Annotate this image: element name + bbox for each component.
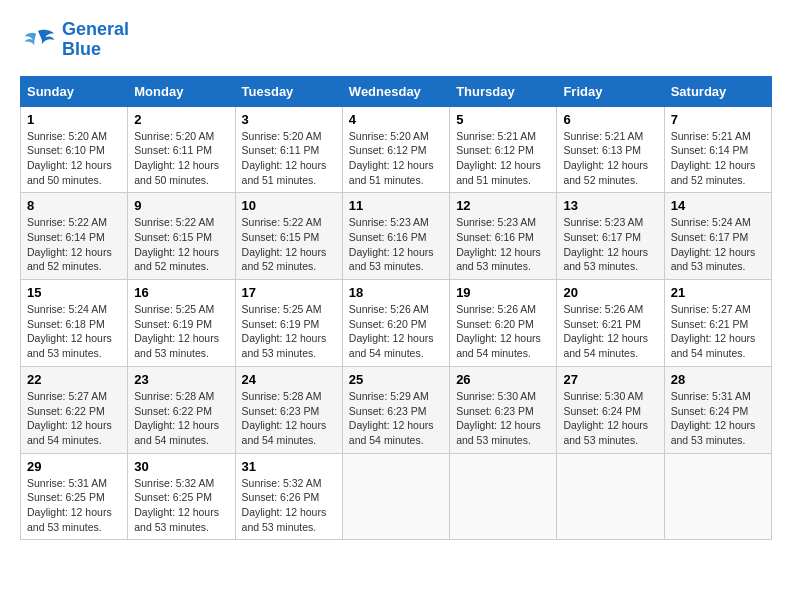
day-number: 3 — [242, 112, 336, 127]
day-detail: Sunrise: 5:20 AM Sunset: 6:11 PM Dayligh… — [134, 129, 228, 188]
calendar-cell: 24 Sunrise: 5:28 AM Sunset: 6:23 PM Dayl… — [235, 366, 342, 453]
calendar-cell: 29 Sunrise: 5:31 AM Sunset: 6:25 PM Dayl… — [21, 453, 128, 540]
calendar-cell: 5 Sunrise: 5:21 AM Sunset: 6:12 PM Dayli… — [450, 106, 557, 193]
day-number: 14 — [671, 198, 765, 213]
calendar-cell — [664, 453, 771, 540]
calendar-cell: 28 Sunrise: 5:31 AM Sunset: 6:24 PM Dayl… — [664, 366, 771, 453]
calendar-cell: 13 Sunrise: 5:23 AM Sunset: 6:17 PM Dayl… — [557, 193, 664, 280]
day-detail: Sunrise: 5:31 AM Sunset: 6:25 PM Dayligh… — [27, 476, 121, 535]
logo-icon — [20, 26, 56, 54]
day-number: 6 — [563, 112, 657, 127]
day-number: 17 — [242, 285, 336, 300]
calendar-cell: 21 Sunrise: 5:27 AM Sunset: 6:21 PM Dayl… — [664, 280, 771, 367]
day-number: 22 — [27, 372, 121, 387]
calendar-cell: 23 Sunrise: 5:28 AM Sunset: 6:22 PM Dayl… — [128, 366, 235, 453]
day-detail: Sunrise: 5:30 AM Sunset: 6:23 PM Dayligh… — [456, 389, 550, 448]
day-number: 20 — [563, 285, 657, 300]
calendar-cell: 19 Sunrise: 5:26 AM Sunset: 6:20 PM Dayl… — [450, 280, 557, 367]
day-detail: Sunrise: 5:23 AM Sunset: 6:16 PM Dayligh… — [456, 215, 550, 274]
day-detail: Sunrise: 5:23 AM Sunset: 6:16 PM Dayligh… — [349, 215, 443, 274]
day-number: 30 — [134, 459, 228, 474]
day-detail: Sunrise: 5:32 AM Sunset: 6:26 PM Dayligh… — [242, 476, 336, 535]
calendar-cell: 26 Sunrise: 5:30 AM Sunset: 6:23 PM Dayl… — [450, 366, 557, 453]
day-number: 24 — [242, 372, 336, 387]
day-number: 1 — [27, 112, 121, 127]
day-number: 25 — [349, 372, 443, 387]
week-row-5: 29 Sunrise: 5:31 AM Sunset: 6:25 PM Dayl… — [21, 453, 772, 540]
calendar-cell: 9 Sunrise: 5:22 AM Sunset: 6:15 PM Dayli… — [128, 193, 235, 280]
calendar-cell: 18 Sunrise: 5:26 AM Sunset: 6:20 PM Dayl… — [342, 280, 449, 367]
day-detail: Sunrise: 5:24 AM Sunset: 6:17 PM Dayligh… — [671, 215, 765, 274]
calendar-cell: 1 Sunrise: 5:20 AM Sunset: 6:10 PM Dayli… — [21, 106, 128, 193]
day-detail: Sunrise: 5:25 AM Sunset: 6:19 PM Dayligh… — [242, 302, 336, 361]
col-header-sunday: Sunday — [21, 76, 128, 106]
day-detail: Sunrise: 5:22 AM Sunset: 6:15 PM Dayligh… — [242, 215, 336, 274]
day-detail: Sunrise: 5:20 AM Sunset: 6:10 PM Dayligh… — [27, 129, 121, 188]
week-row-2: 8 Sunrise: 5:22 AM Sunset: 6:14 PM Dayli… — [21, 193, 772, 280]
calendar-cell: 8 Sunrise: 5:22 AM Sunset: 6:14 PM Dayli… — [21, 193, 128, 280]
col-header-monday: Monday — [128, 76, 235, 106]
day-detail: Sunrise: 5:21 AM Sunset: 6:12 PM Dayligh… — [456, 129, 550, 188]
day-detail: Sunrise: 5:26 AM Sunset: 6:20 PM Dayligh… — [349, 302, 443, 361]
calendar-cell: 31 Sunrise: 5:32 AM Sunset: 6:26 PM Dayl… — [235, 453, 342, 540]
day-number: 21 — [671, 285, 765, 300]
calendar-cell — [450, 453, 557, 540]
calendar-cell: 27 Sunrise: 5:30 AM Sunset: 6:24 PM Dayl… — [557, 366, 664, 453]
day-number: 16 — [134, 285, 228, 300]
day-number: 23 — [134, 372, 228, 387]
day-detail: Sunrise: 5:28 AM Sunset: 6:23 PM Dayligh… — [242, 389, 336, 448]
week-row-4: 22 Sunrise: 5:27 AM Sunset: 6:22 PM Dayl… — [21, 366, 772, 453]
calendar-cell: 16 Sunrise: 5:25 AM Sunset: 6:19 PM Dayl… — [128, 280, 235, 367]
day-detail: Sunrise: 5:20 AM Sunset: 6:12 PM Dayligh… — [349, 129, 443, 188]
calendar-cell: 2 Sunrise: 5:20 AM Sunset: 6:11 PM Dayli… — [128, 106, 235, 193]
calendar-cell: 12 Sunrise: 5:23 AM Sunset: 6:16 PM Dayl… — [450, 193, 557, 280]
calendar-cell: 30 Sunrise: 5:32 AM Sunset: 6:25 PM Dayl… — [128, 453, 235, 540]
week-row-1: 1 Sunrise: 5:20 AM Sunset: 6:10 PM Dayli… — [21, 106, 772, 193]
day-number: 13 — [563, 198, 657, 213]
day-detail: Sunrise: 5:25 AM Sunset: 6:19 PM Dayligh… — [134, 302, 228, 361]
day-detail: Sunrise: 5:21 AM Sunset: 6:14 PM Dayligh… — [671, 129, 765, 188]
day-number: 8 — [27, 198, 121, 213]
day-number: 28 — [671, 372, 765, 387]
calendar-cell: 25 Sunrise: 5:29 AM Sunset: 6:23 PM Dayl… — [342, 366, 449, 453]
week-row-3: 15 Sunrise: 5:24 AM Sunset: 6:18 PM Dayl… — [21, 280, 772, 367]
calendar-cell — [557, 453, 664, 540]
day-detail: Sunrise: 5:24 AM Sunset: 6:18 PM Dayligh… — [27, 302, 121, 361]
logo-text: General Blue — [62, 20, 129, 60]
day-detail: Sunrise: 5:32 AM Sunset: 6:25 PM Dayligh… — [134, 476, 228, 535]
day-number: 18 — [349, 285, 443, 300]
day-number: 11 — [349, 198, 443, 213]
day-detail: Sunrise: 5:20 AM Sunset: 6:11 PM Dayligh… — [242, 129, 336, 188]
day-number: 5 — [456, 112, 550, 127]
day-number: 19 — [456, 285, 550, 300]
day-number: 4 — [349, 112, 443, 127]
col-header-wednesday: Wednesday — [342, 76, 449, 106]
logo: General Blue — [20, 20, 129, 60]
day-detail: Sunrise: 5:22 AM Sunset: 6:15 PM Dayligh… — [134, 215, 228, 274]
day-number: 31 — [242, 459, 336, 474]
day-number: 27 — [563, 372, 657, 387]
day-number: 10 — [242, 198, 336, 213]
calendar-cell: 15 Sunrise: 5:24 AM Sunset: 6:18 PM Dayl… — [21, 280, 128, 367]
calendar-cell: 6 Sunrise: 5:21 AM Sunset: 6:13 PM Dayli… — [557, 106, 664, 193]
day-number: 29 — [27, 459, 121, 474]
calendar-cell: 20 Sunrise: 5:26 AM Sunset: 6:21 PM Dayl… — [557, 280, 664, 367]
col-header-friday: Friday — [557, 76, 664, 106]
calendar-cell: 22 Sunrise: 5:27 AM Sunset: 6:22 PM Dayl… — [21, 366, 128, 453]
day-detail: Sunrise: 5:29 AM Sunset: 6:23 PM Dayligh… — [349, 389, 443, 448]
day-detail: Sunrise: 5:26 AM Sunset: 6:21 PM Dayligh… — [563, 302, 657, 361]
day-detail: Sunrise: 5:21 AM Sunset: 6:13 PM Dayligh… — [563, 129, 657, 188]
day-detail: Sunrise: 5:27 AM Sunset: 6:22 PM Dayligh… — [27, 389, 121, 448]
day-detail: Sunrise: 5:22 AM Sunset: 6:14 PM Dayligh… — [27, 215, 121, 274]
day-detail: Sunrise: 5:30 AM Sunset: 6:24 PM Dayligh… — [563, 389, 657, 448]
day-detail: Sunrise: 5:26 AM Sunset: 6:20 PM Dayligh… — [456, 302, 550, 361]
calendar-cell: 14 Sunrise: 5:24 AM Sunset: 6:17 PM Dayl… — [664, 193, 771, 280]
col-header-saturday: Saturday — [664, 76, 771, 106]
calendar-cell: 7 Sunrise: 5:21 AM Sunset: 6:14 PM Dayli… — [664, 106, 771, 193]
day-detail: Sunrise: 5:28 AM Sunset: 6:22 PM Dayligh… — [134, 389, 228, 448]
day-detail: Sunrise: 5:27 AM Sunset: 6:21 PM Dayligh… — [671, 302, 765, 361]
calendar-cell: 3 Sunrise: 5:20 AM Sunset: 6:11 PM Dayli… — [235, 106, 342, 193]
day-detail: Sunrise: 5:23 AM Sunset: 6:17 PM Dayligh… — [563, 215, 657, 274]
calendar-cell: 11 Sunrise: 5:23 AM Sunset: 6:16 PM Dayl… — [342, 193, 449, 280]
calendar-cell: 4 Sunrise: 5:20 AM Sunset: 6:12 PM Dayli… — [342, 106, 449, 193]
